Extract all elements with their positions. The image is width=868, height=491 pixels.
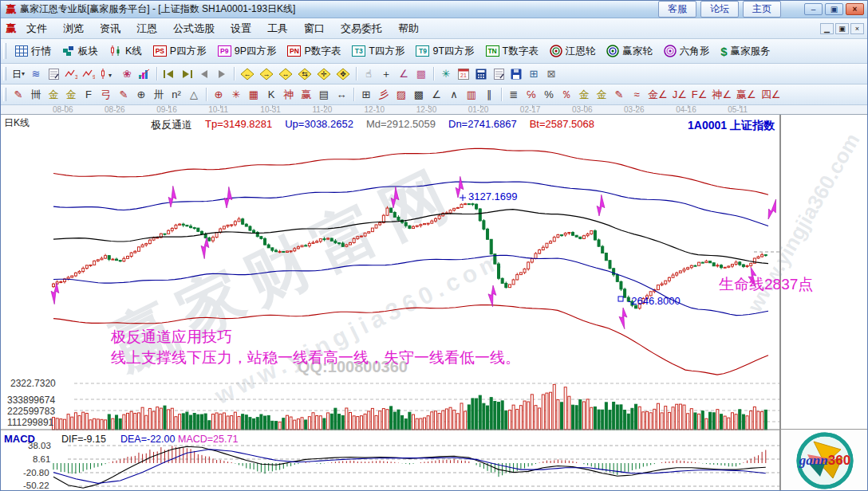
forum-button[interactable]: 论坛	[700, 1, 739, 18]
p-square-button[interactable]: PSP四方形	[148, 42, 212, 61]
nav-last-button[interactable]	[178, 66, 195, 82]
kline-button[interactable]: K线	[104, 42, 148, 61]
crosshair-button[interactable]: ＋	[377, 66, 395, 82]
snowflake-button[interactable]: ✳	[437, 66, 455, 82]
winner-service-button[interactable]: $赢家服务	[715, 42, 775, 61]
pen-tool[interactable]: ✎	[10, 87, 27, 103]
hand-button[interactable]: ☝	[360, 66, 377, 82]
percent3-tool[interactable]: ％	[558, 87, 575, 103]
shade-tool[interactable]: ▨	[393, 87, 410, 103]
angle-measure-button[interactable]: ∠	[395, 66, 412, 82]
n2-tool[interactable]: n²	[168, 87, 185, 103]
shift-left-button[interactable]: ←	[238, 66, 257, 82]
ying-angle-tool[interactable]: 赢∠	[734, 87, 759, 103]
9t-square-button[interactable]: T99T四方形	[410, 42, 479, 61]
levels-tool[interactable]: ≣	[505, 87, 523, 103]
restore-button[interactable]: ▣	[825, 3, 843, 15]
winner-wheel-button[interactable]: 赢家轮	[601, 42, 658, 61]
mask-button[interactable]: ❀	[118, 66, 136, 82]
candle-style-dropdown[interactable]: ▾	[97, 66, 118, 82]
gann-comb-tool[interactable]: 卌	[27, 87, 45, 103]
v-compress-button[interactable]: ✛	[314, 66, 333, 82]
menu-news[interactable]: 资讯	[92, 19, 128, 38]
h-expand-button[interactable]: ⇆	[295, 66, 314, 82]
minimize-button[interactable]: ‒	[804, 3, 823, 15]
h-compress-button[interactable]: ↔	[276, 66, 295, 82]
gann-wheel-button[interactable]: 江恩轮	[544, 42, 602, 61]
si-angle-tool[interactable]: 四∠	[759, 87, 783, 103]
hexagon-button[interactable]: 六角形	[658, 42, 716, 61]
ying-tool[interactable]: 赢	[298, 87, 315, 103]
percent2-tool[interactable]: %	[540, 87, 558, 103]
spiderweb-tool[interactable]: ✳	[227, 87, 245, 103]
shade2-tool[interactable]: ▩	[410, 87, 428, 103]
j-angle-tool[interactable]: J∠	[670, 87, 689, 103]
ink-tool[interactable]: ✎	[610, 87, 628, 103]
menu-browse[interactable]: 浏览	[55, 19, 92, 38]
gold-angle-tool[interactable]: 金∠	[645, 87, 670, 103]
quotes-button[interactable]: 行情	[10, 42, 57, 61]
angle-lines-tool[interactable]: ∠	[428, 87, 445, 103]
9p-square-button[interactable]: P99P四方形	[212, 42, 282, 61]
shen-tool[interactable]: 神	[280, 87, 298, 103]
gann-box-tool[interactable]: ▦	[245, 87, 262, 103]
grid2-tool[interactable]: ⊞	[357, 87, 375, 103]
gann-circle-tool[interactable]: ⊕	[210, 87, 227, 103]
fib-tool[interactable]: F	[80, 87, 97, 103]
menu-trade[interactable]: 交易委托	[333, 19, 390, 38]
period-day-dropdown[interactable]: 日▾	[10, 66, 27, 82]
sectors-button[interactable]: 板块	[57, 42, 104, 61]
t-square-button[interactable]: T3T四方形	[346, 42, 410, 61]
close-button[interactable]: ×	[846, 3, 864, 15]
customer-service-button[interactable]: 客服	[658, 1, 696, 18]
ruler-tool[interactable]: ▤	[315, 87, 333, 103]
pattern-button[interactable]: ≋	[27, 66, 45, 82]
gold-ratio2-tool[interactable]: 金	[62, 87, 80, 103]
nav-next-button[interactable]	[213, 66, 231, 82]
pattern2-button[interactable]: ▩	[412, 66, 430, 82]
rays-tool[interactable]: 彡	[375, 87, 393, 103]
p-number-table-button[interactable]: PNP数字表	[282, 42, 346, 61]
arc-tool[interactable]: 弓	[97, 87, 115, 103]
mdi-minimize-button[interactable]: ▁	[820, 23, 834, 34]
menu-gann[interactable]: 江恩	[128, 19, 165, 38]
menu-help[interactable]: 帮助	[390, 19, 427, 38]
menu-tools[interactable]: 工具	[259, 19, 296, 38]
list-button[interactable]	[45, 66, 62, 82]
comb-tool[interactable]: 卅	[150, 87, 168, 103]
gold-line-tool[interactable]: 金	[593, 87, 610, 103]
shen-angle-tool[interactable]: 神∠	[709, 87, 734, 103]
net-export-button[interactable]: ⊞	[525, 66, 542, 82]
cycle-tool[interactable]: ⊕	[132, 87, 150, 103]
menu-formula-picker[interactable]: 公式选股	[165, 19, 223, 38]
tab-kline-daily[interactable]: 日K线	[4, 116, 30, 130]
nav-prev-button[interactable]	[195, 66, 213, 82]
calculator-button[interactable]	[472, 66, 490, 82]
k-count-tool[interactable]: Κ	[262, 87, 280, 103]
fan-tool[interactable]: ∥	[480, 87, 498, 103]
shift-right-button[interactable]: →	[257, 66, 276, 82]
percent-tool[interactable]: ℅	[523, 87, 540, 103]
brush-tool[interactable]: ✎	[115, 87, 132, 103]
homepage-button[interactable]: 主页	[743, 1, 781, 18]
calendar-button[interactable]: 21	[455, 66, 472, 82]
mirror-tool[interactable]: △	[185, 87, 203, 103]
remote-button[interactable]: ⊠	[542, 66, 560, 82]
save-button[interactable]	[507, 66, 525, 82]
mdi-restore-button[interactable]: ▣	[835, 23, 849, 34]
span-tool[interactable]: ↔	[333, 87, 350, 103]
t-number-table-button[interactable]: TNT数字表	[480, 42, 544, 61]
gold-ratio-tool[interactable]: 金	[45, 87, 62, 103]
color-chart-button[interactable]	[136, 66, 153, 82]
gold-circle-tool[interactable]: 金	[575, 87, 593, 103]
box-tool[interactable]: ▥	[463, 87, 480, 103]
mdi-close-button[interactable]: ×	[850, 23, 864, 34]
memo-button[interactable]	[490, 66, 507, 82]
wave-peak-tool[interactable]: ∧	[445, 87, 463, 103]
menu-window[interactable]: 窗口	[296, 19, 333, 38]
f-angle-tool[interactable]: F∠	[689, 87, 710, 103]
wave2-tool[interactable]: ≈	[628, 87, 645, 103]
nav-first-button[interactable]	[160, 66, 178, 82]
menu-file[interactable]: 文件	[18, 19, 55, 38]
v-expand-button[interactable]: ✥	[333, 66, 353, 82]
